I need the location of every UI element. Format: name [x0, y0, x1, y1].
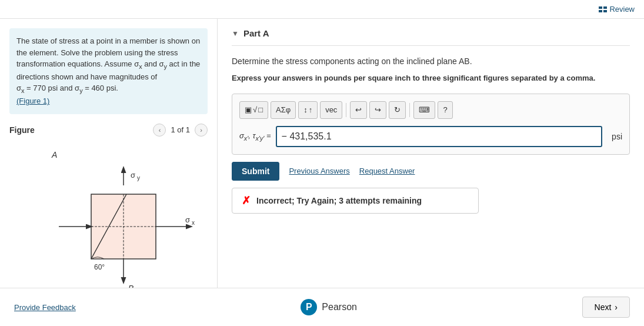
next-button[interactable]: Next ›: [582, 297, 630, 318]
question-text: Determine the stress components acting o…: [232, 55, 630, 68]
svg-text:σ: σ: [185, 215, 190, 224]
refresh-icon: ↻: [394, 105, 401, 114]
matrix-btn[interactable]: ▣ √ □: [239, 101, 268, 119]
svg-text:A: A: [51, 150, 57, 159]
help-label: ?: [443, 105, 447, 114]
keyboard-btn[interactable]: ⌨: [413, 101, 435, 119]
toolbar-sep-2: [409, 103, 410, 117]
figure-link[interactable]: (Figure 1): [16, 97, 49, 105]
figure-title: Figure: [9, 125, 35, 135]
right-panel: ▼ Part A Determine the stress components…: [218, 19, 644, 288]
unit-label: psi: [612, 132, 622, 141]
review-label: Review: [609, 5, 635, 14]
up-arrow-icon: ↑: [309, 105, 313, 114]
svg-text:x: x: [192, 219, 195, 226]
bottom-bar: Provide Feedback P Pearson Next ›: [0, 288, 644, 326]
feedback-link[interactable]: Provide Feedback: [14, 303, 76, 312]
keyboard-icon: ⌨: [419, 105, 430, 114]
arrows-icon: ↕: [303, 105, 308, 114]
toolbar-sep-1: [346, 103, 346, 117]
action-row: Submit Previous Answers Request Answer: [232, 162, 630, 181]
pearson-label: Pearson: [322, 302, 357, 312]
problem-text-content: The state of stress at a point in a memb…: [16, 36, 200, 105]
undo-icon: ↩: [355, 105, 362, 114]
error-message: Incorrect; Try Again; 3 attempts remaini…: [256, 196, 422, 205]
undo-btn[interactable]: ↩: [350, 101, 367, 119]
part-collapse-icon[interactable]: ▼: [232, 29, 239, 38]
svg-text:y: y: [137, 175, 140, 181]
figure-prev-btn[interactable]: ‹: [153, 124, 166, 137]
left-bottom: Provide Feedback: [14, 302, 76, 312]
next-label: Next: [595, 302, 612, 312]
svg-text:60°: 60°: [94, 263, 105, 271]
figure-diagram: A σ y 60° σ x: [9, 141, 208, 288]
answer-input[interactable]: − 431,535.1: [276, 126, 602, 147]
top-bar: Review: [0, 0, 644, 19]
part-title: Part A: [243, 28, 269, 38]
svg-text:B: B: [128, 284, 134, 288]
main-layout: The state of stress at a point in a memb…: [0, 19, 644, 288]
pearson-logo: P: [301, 299, 317, 315]
figure-nav: ‹ 1 of 1 ›: [153, 124, 208, 137]
previous-answers-link[interactable]: Previous Answers: [289, 167, 349, 175]
greek-btn[interactable]: ΑΣφ: [271, 101, 296, 119]
svg-rect-0: [599, 6, 602, 9]
svg-rect-1: [603, 6, 607, 9]
math-toolbar: ▣ √ □ ΑΣφ ↕ ↑ vec ↩ ↪: [239, 101, 622, 119]
matrix-icon: ▣: [245, 105, 252, 114]
input-row: σx', τx'y' = − 431,535.1 psi: [239, 126, 622, 147]
stress-diagram: A σ y 60° σ x: [41, 141, 176, 288]
question-note: Express your answers in pounds per squar…: [232, 72, 630, 84]
error-box: ✗ Incorrect; Try Again; 3 attempts remai…: [232, 188, 479, 214]
arrows-btn[interactable]: ↕ ↑: [298, 101, 318, 119]
svg-rect-3: [603, 10, 607, 12]
left-panel: The state of stress at a point in a memb…: [0, 19, 218, 288]
greek-label: ΑΣφ: [276, 105, 291, 114]
next-chevron-icon: ›: [615, 302, 618, 312]
redo-icon: ↪: [375, 105, 381, 114]
pearson-footer: P Pearson: [296, 294, 362, 320]
input-label: σx', τx'y' =: [239, 131, 271, 142]
help-btn[interactable]: ?: [438, 101, 452, 119]
review-icon: [599, 6, 607, 12]
square-icon: □: [258, 105, 263, 114]
answer-area: ▣ √ □ ΑΣφ ↕ ↑ vec ↩ ↪: [232, 94, 630, 155]
redo-btn[interactable]: ↪: [369, 101, 386, 119]
figure-header: Figure ‹ 1 of 1 ›: [9, 124, 208, 137]
error-icon: ✗: [242, 194, 251, 207]
svg-text:σ: σ: [131, 171, 135, 179]
part-header: ▼ Part A: [232, 28, 630, 46]
sqrt-icon: √: [253, 105, 257, 114]
svg-rect-2: [599, 10, 602, 12]
figure-count: 1 of 1: [171, 125, 190, 134]
problem-description: The state of stress at a point in a memb…: [9, 28, 208, 114]
vec-label: vec: [325, 105, 337, 114]
figure-next-btn[interactable]: ›: [195, 124, 208, 137]
review-link[interactable]: Review: [599, 5, 635, 14]
vec-btn[interactable]: vec: [320, 101, 342, 119]
refresh-btn[interactable]: ↻: [389, 101, 406, 119]
request-answer-link[interactable]: Request Answer: [359, 167, 415, 175]
submit-button[interactable]: Submit: [232, 162, 279, 181]
